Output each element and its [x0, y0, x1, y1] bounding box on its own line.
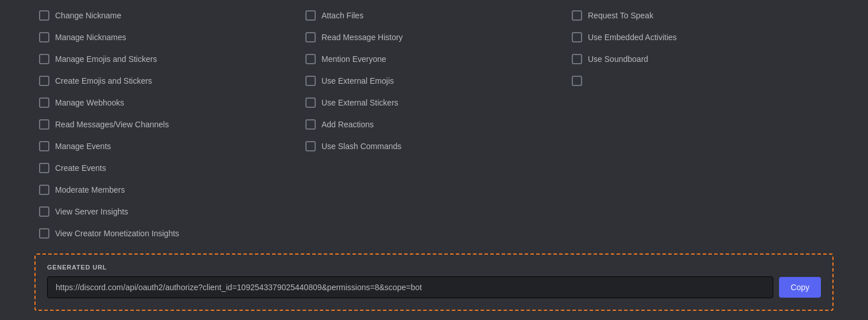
copy-button[interactable]: Copy	[779, 277, 821, 298]
checkbox-add-reactions[interactable]	[305, 119, 316, 130]
label-manage-nicknames: Manage Nicknames	[55, 33, 126, 42]
checkbox-use-external-emojis[interactable]	[305, 76, 316, 86]
checkbox-change-nickname[interactable]	[39, 10, 49, 21]
permission-moderate-members: Moderate Members	[34, 179, 301, 201]
label-read-message-history: Read Message History	[321, 33, 403, 42]
generated-url-label: GENERATED URL	[47, 264, 821, 271]
permission-add-reactions: Add Reactions	[301, 114, 567, 135]
permission-use-slash-commands: Use Slash Commands	[301, 135, 567, 157]
label-manage-emojis-stickers: Manage Emojis and Stickers	[55, 54, 157, 64]
checkbox-moderate-members[interactable]	[39, 185, 49, 195]
label-use-embedded-activities: Use Embedded Activities	[588, 33, 677, 42]
permission-create-events: Create Events	[34, 157, 301, 179]
label-request-to-speak: Request To Speak	[588, 11, 653, 20]
checkbox-mention-everyone[interactable]	[305, 54, 316, 64]
permission-manage-nicknames: Manage Nicknames	[34, 26, 301, 48]
label-manage-webhooks: Manage Webhooks	[55, 98, 124, 107]
permission-use-soundboard: Use Soundboard	[567, 48, 834, 70]
permissions-column-1: Change Nickname Manage Nicknames Manage …	[34, 5, 301, 244]
label-moderate-members: Moderate Members	[55, 185, 125, 194]
checkbox-request-to-speak[interactable]	[572, 10, 582, 21]
label-create-events: Create Events	[55, 163, 106, 173]
checkbox-create-emojis-stickers[interactable]	[39, 76, 49, 86]
label-change-nickname: Change Nickname	[55, 11, 121, 20]
checkbox-manage-nicknames[interactable]	[39, 32, 49, 42]
label-view-creator-monetization-insights: View Creator Monetization Insights	[55, 229, 179, 238]
label-read-messages-view-channels: Read Messages/View Channels	[55, 120, 169, 129]
label-create-emojis-stickers: Create Emojis and Stickers	[55, 76, 152, 85]
permissions-container: Change Nickname Manage Nicknames Manage …	[0, 0, 868, 244]
permission-use-embedded-activities: Use Embedded Activities	[567, 26, 834, 48]
label-add-reactions: Add Reactions	[321, 120, 374, 129]
permission-manage-webhooks: Manage Webhooks	[34, 92, 301, 114]
permission-attach-files: Attach Files	[301, 5, 567, 26]
permissions-column-3: Request To Speak Use Embedded Activities…	[567, 5, 834, 244]
checkbox-view-server-insights[interactable]	[39, 206, 49, 217]
label-view-server-insights: View Server Insights	[55, 207, 128, 216]
checkbox-read-messages-view-channels[interactable]	[39, 119, 49, 130]
permissions-column-2: Attach Files Read Message History Mentio…	[301, 5, 567, 244]
permission-request-to-speak: Request To Speak	[567, 5, 834, 26]
permission-use-external-stickers: Use External Stickers	[301, 92, 567, 114]
permission-view-creator-monetization-insights: View Creator Monetization Insights	[34, 223, 301, 244]
checkbox-read-message-history[interactable]	[305, 32, 316, 42]
label-use-soundboard: Use Soundboard	[588, 54, 648, 64]
permissions-grid: Change Nickname Manage Nicknames Manage …	[34, 5, 834, 244]
permission-manage-events: Manage Events	[34, 135, 301, 157]
label-use-external-emojis: Use External Emojis	[321, 76, 394, 85]
permission-read-message-history: Read Message History	[301, 26, 567, 48]
checkbox-manage-emojis-stickers[interactable]	[39, 54, 49, 64]
url-row: Copy	[47, 276, 821, 298]
checkbox-use-external-stickers[interactable]	[305, 97, 316, 108]
permission-extra	[567, 70, 834, 92]
label-manage-events: Manage Events	[55, 142, 111, 151]
checkbox-manage-webhooks[interactable]	[39, 97, 49, 108]
permission-change-nickname: Change Nickname	[34, 5, 301, 26]
permission-mention-everyone: Mention Everyone	[301, 48, 567, 70]
label-mention-everyone: Mention Everyone	[321, 54, 386, 64]
label-use-external-stickers: Use External Stickers	[321, 98, 398, 107]
permission-manage-emojis-stickers: Manage Emojis and Stickers	[34, 48, 301, 70]
label-attach-files: Attach Files	[321, 11, 363, 20]
checkbox-attach-files[interactable]	[305, 10, 316, 21]
label-use-slash-commands: Use Slash Commands	[321, 142, 401, 151]
generated-url-input[interactable]	[47, 276, 773, 298]
checkbox-use-soundboard[interactable]	[572, 54, 582, 64]
checkbox-view-creator-monetization-insights[interactable]	[39, 228, 49, 239]
permission-create-emojis-stickers: Create Emojis and Stickers	[34, 70, 301, 92]
permission-view-server-insights: View Server Insights	[34, 201, 301, 223]
checkbox-create-events[interactable]	[39, 163, 49, 173]
permission-use-external-emojis: Use External Emojis	[301, 70, 567, 92]
checkbox-use-embedded-activities[interactable]	[572, 32, 582, 42]
generated-url-section: GENERATED URL Copy	[34, 253, 834, 311]
checkbox-extra[interactable]	[572, 76, 582, 86]
checkbox-manage-events[interactable]	[39, 141, 49, 151]
permission-read-messages-view-channels: Read Messages/View Channels	[34, 114, 301, 135]
checkbox-use-slash-commands[interactable]	[305, 141, 316, 151]
